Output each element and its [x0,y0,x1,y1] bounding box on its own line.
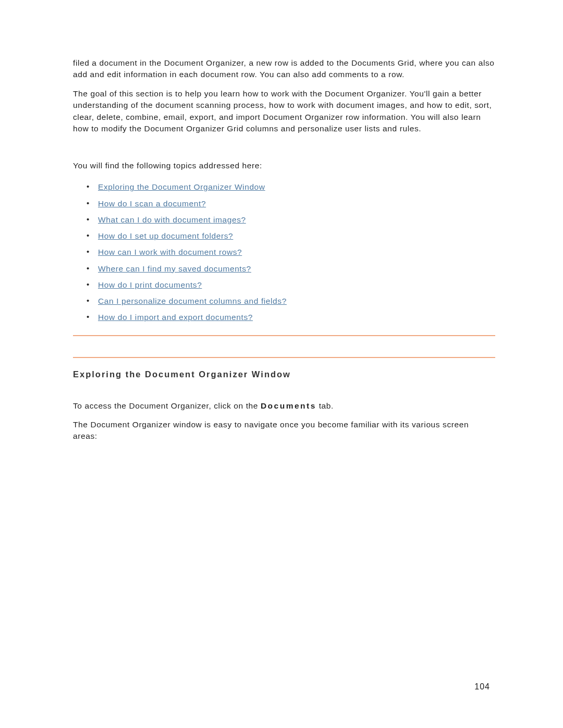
topic-link-import-export[interactable]: How do I import and export documents? [98,313,253,322]
topic-link-rows[interactable]: How can I work with document rows? [98,248,242,256]
topics-list: Exploring the Document Organizer Window … [73,181,495,323]
topic-link-personalize[interactable]: Can I personalize document columns and f… [98,297,287,305]
topics-intro-text: You will find the following topics addre… [73,160,495,171]
list-item: How do I import and export documents? [98,311,495,323]
section-access-text: To access the Document Organizer, click … [73,400,495,412]
list-item: How do I print documents? [98,279,495,291]
list-item: How do I scan a document? [98,198,495,209]
access-suffix: tab. [316,401,334,410]
list-item: Exploring the Document Organizer Window [98,181,495,193]
intro-paragraph-1: filed a document in the Document Organiz… [73,57,495,81]
page-number: 104 [474,682,490,692]
document-page: filed a document in the Document Organiz… [0,0,563,728]
topic-link-print[interactable]: How do I print documents? [98,280,202,289]
divider-1 [73,335,495,336]
access-bold-documents: Documents [261,401,316,410]
topic-link-exploring[interactable]: Exploring the Document Organizer Window [98,182,265,191]
topic-link-images[interactable]: What can I do with document images? [98,215,246,224]
access-prefix: To access the Document Organizer, click … [73,401,261,410]
section-heading-exploring: Exploring the Document Organizer Window [73,369,495,379]
list-item: How do I set up document folders? [98,230,495,242]
topic-link-saved[interactable]: Where can I find my saved documents? [98,264,251,273]
intro-paragraph-2: The goal of this section is to help you … [73,88,495,135]
list-item: Where can I find my saved documents? [98,263,495,275]
section-navigate-text: The Document Organizer window is easy to… [73,419,495,442]
list-item: What can I do with document images? [98,214,495,226]
topic-link-scan[interactable]: How do I scan a document? [98,199,206,208]
topic-link-folders[interactable]: How do I set up document folders? [98,231,233,240]
divider-2 [73,357,495,358]
list-item: Can I personalize document columns and f… [98,295,495,307]
list-item: How can I work with document rows? [98,246,495,258]
